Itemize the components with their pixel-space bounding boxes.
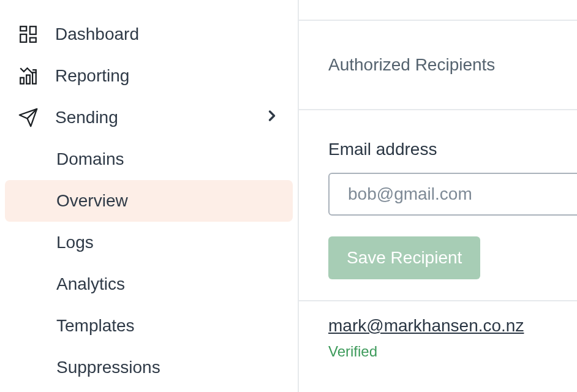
svg-rect-0 [20,26,26,31]
intro-text: credentials, and you're ready to [299,0,577,20]
svg-rect-3 [30,38,36,42]
send-icon [17,107,39,129]
svg-rect-6 [32,72,36,83]
section-header: Authorized Recipients [299,20,577,110]
sidebar-subitem-templates[interactable]: Templates [5,305,293,347]
svg-rect-2 [30,26,36,34]
svg-rect-4 [20,78,24,84]
email-label: Email address [328,140,577,159]
sidebar-item-label: Reporting [55,66,281,86]
sidebar-subitem-logs[interactable]: Logs [5,222,293,263]
sidebar-item-label: Domains [56,149,124,169]
sidebar-item-label: Templates [56,316,135,336]
sidebar-item-dashboard[interactable]: Dashboard [5,13,293,55]
recipient-row: mark@markhansen.co.nz Verified [299,300,577,360]
section-title: Authorized Recipients [328,55,577,75]
sidebar-item-sending[interactable]: Sending [5,97,293,138]
status-badge: Verified [328,343,577,360]
sidebar-subitem-analytics[interactable]: Analytics [5,263,293,305]
recipient-email-link[interactable]: mark@markhansen.co.nz [328,316,524,335]
main-content: credentials, and you're ready to Authori… [299,0,577,392]
sidebar-item-label: Dashboard [55,24,281,44]
email-input[interactable] [328,173,577,216]
chevron-right-icon [263,107,281,129]
sidebar: Dashboard Reporting Sendi [0,0,299,392]
svg-rect-1 [20,34,26,42]
sidebar-item-label: Suppressions [56,358,160,377]
sidebar-item-reporting[interactable]: Reporting [5,55,293,97]
save-recipient-button[interactable]: Save Recipient [328,236,480,279]
sidebar-item-label: Logs [56,233,94,252]
svg-rect-5 [26,75,30,84]
sidebar-item-label: Analytics [56,274,125,294]
recipient-form: Email address Save Recipient [299,110,577,300]
sidebar-item-label: Overview [56,191,128,211]
sidebar-subitem-suppressions[interactable]: Suppressions [5,347,293,388]
reporting-icon [17,65,39,87]
sidebar-subitem-domains[interactable]: Domains [5,138,293,180]
dashboard-icon [17,23,39,45]
sidebar-item-label: Sending [55,108,263,127]
sidebar-subitem-overview[interactable]: Overview [5,180,293,222]
